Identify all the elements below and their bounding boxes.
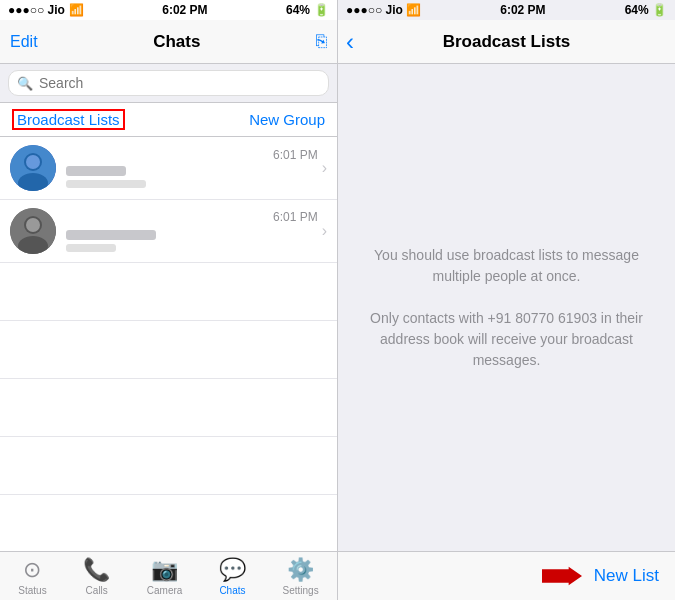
left-panel: ●●●○○ Jio 📶 6:02 PM 64% 🔋 Edit Chats ⎘ 🔍…	[0, 0, 338, 600]
chat-time: 6:01 PM	[273, 148, 318, 162]
right-wifi-icon: 📶	[406, 3, 421, 17]
tab-chats-label: Chats	[219, 585, 245, 596]
chat-list: 6:01 PM › 6:01 PM	[0, 137, 337, 551]
tab-calls[interactable]: 📞 Calls	[83, 557, 110, 596]
chevron-icon: ›	[322, 222, 327, 240]
chat-msg-placeholder	[66, 244, 116, 252]
calls-icon: 📞	[83, 557, 110, 583]
svg-marker-8	[542, 567, 582, 586]
left-status-bar: ●●●○○ Jio 📶 6:02 PM 64% 🔋	[0, 0, 337, 20]
left-carrier-text: ●●●○○ Jio	[8, 3, 65, 17]
chat-name-placeholder	[66, 166, 126, 176]
right-battery: 64% 🔋	[625, 3, 667, 17]
search-bar-container: 🔍	[0, 64, 337, 103]
svg-point-7	[26, 218, 40, 232]
chat-top: 6:01 PM	[66, 210, 318, 224]
table-row-empty	[0, 263, 337, 321]
table-row-empty	[0, 437, 337, 495]
compose-icon[interactable]: ⎘	[316, 31, 327, 52]
left-nav-bar: Edit Chats ⎘	[0, 20, 337, 64]
table-row-empty	[0, 379, 337, 437]
right-carrier: ●●●○○ Jio 📶	[346, 3, 421, 17]
broadcast-lists-title: Broadcast Lists	[443, 32, 571, 52]
avatar	[10, 208, 56, 254]
red-arrow-svg	[542, 562, 582, 590]
table-row-empty	[0, 321, 337, 379]
edit-button[interactable]: Edit	[10, 33, 38, 51]
broadcast-info-line1: You should use broadcast lists to messag…	[368, 245, 645, 287]
search-input[interactable]	[39, 75, 320, 91]
chat-content: 6:01 PM	[66, 148, 318, 188]
left-carrier: ●●●○○ Jio 📶	[8, 3, 84, 17]
right-panel: ●●●○○ Jio 📶 6:02 PM 64% 🔋 ‹ Broadcast Li…	[338, 0, 675, 600]
tab-chats[interactable]: 💬 Chats	[219, 557, 246, 596]
right-time: 6:02 PM	[500, 3, 545, 17]
broadcast-info-area: You should use broadcast lists to messag…	[338, 64, 675, 551]
wifi-icon: 📶	[69, 3, 84, 17]
status-icon: ⊙	[23, 557, 41, 583]
tab-settings-label: Settings	[283, 585, 319, 596]
table-row[interactable]: 6:01 PM ›	[0, 137, 337, 200]
chats-title: Chats	[153, 32, 200, 52]
chat-top: 6:01 PM	[66, 148, 318, 162]
broadcast-info-text: You should use broadcast lists to messag…	[368, 245, 645, 371]
table-row[interactable]: 6:01 PM ›	[0, 200, 337, 263]
svg-point-3	[26, 155, 40, 169]
left-battery-area: 64% 🔋	[286, 3, 329, 17]
new-group-button[interactable]: New Group	[249, 111, 325, 128]
left-time: 6:02 PM	[162, 3, 207, 17]
tab-settings[interactable]: ⚙️ Settings	[283, 557, 319, 596]
arrow-indicator	[542, 562, 582, 590]
tab-camera-label: Camera	[147, 585, 183, 596]
back-button[interactable]: ‹	[346, 28, 354, 56]
broadcast-info-line2: Only contacts with +91 80770 61903 in th…	[368, 308, 645, 371]
tab-bar: ⊙ Status 📞 Calls 📷 Camera 💬 Chats ⚙️ Set…	[0, 551, 337, 600]
new-list-button[interactable]: New List	[594, 566, 659, 586]
search-input-wrap[interactable]: 🔍	[8, 70, 329, 96]
back-chevron-icon: ‹	[346, 28, 354, 55]
camera-icon: 📷	[151, 557, 178, 583]
broadcast-lists-label[interactable]: Broadcast Lists	[12, 109, 125, 130]
right-bottom-bar: New List	[338, 551, 675, 600]
right-battery-icon: 🔋	[652, 3, 667, 17]
battery-icon: 🔋	[314, 3, 329, 17]
settings-icon: ⚙️	[287, 557, 314, 583]
chevron-icon: ›	[322, 159, 327, 177]
tab-status-label: Status	[18, 585, 46, 596]
right-nav-bar: ‹ Broadcast Lists	[338, 20, 675, 64]
tab-status[interactable]: ⊙ Status	[18, 557, 46, 596]
avatar	[10, 145, 56, 191]
broadcast-row: Broadcast Lists New Group	[0, 103, 337, 137]
chat-msg-placeholder	[66, 180, 146, 188]
nav-icons: ⎘	[316, 31, 327, 52]
chat-content: 6:01 PM	[66, 210, 318, 252]
tab-camera[interactable]: 📷 Camera	[147, 557, 183, 596]
chats-icon: 💬	[219, 557, 246, 583]
chat-time: 6:01 PM	[273, 210, 318, 224]
search-icon: 🔍	[17, 76, 33, 91]
battery-percent: 64%	[286, 3, 310, 17]
right-status-bar: ●●●○○ Jio 📶 6:02 PM 64% 🔋	[338, 0, 675, 20]
chat-name-placeholder	[66, 230, 156, 240]
tab-calls-label: Calls	[86, 585, 108, 596]
